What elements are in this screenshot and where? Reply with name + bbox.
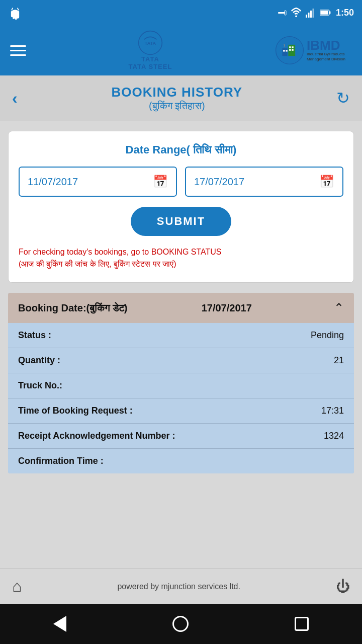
booking-detail-row: Quantity :21	[8, 348, 354, 373]
svg-rect-22	[286, 50, 287, 51]
svg-line-3	[18, 8, 19, 11]
detail-value: 1324	[324, 431, 344, 441]
footer-text: powered by mjunction services ltd.	[117, 582, 240, 591]
menu-button[interactable]	[10, 45, 26, 56]
svg-rect-8	[306, 15, 307, 18]
app-header: TATA TATA TATA STEEL IBMD Industrial ByP…	[0, 25, 362, 75]
ibmd-logo: IBMD Industrial ByProducts Management Di…	[275, 35, 352, 65]
date-inputs: 11/07/2017 📅 17/07/2017 📅	[19, 167, 343, 197]
start-date-input[interactable]: 11/07/2017 📅	[19, 167, 177, 197]
ibmd-text: IBMD Industrial ByProducts Management Di…	[307, 39, 352, 61]
svg-rect-24	[292, 46, 293, 48]
svg-rect-13	[329, 11, 331, 14]
detail-value: Pending	[311, 330, 344, 341]
svg-rect-23	[289, 46, 291, 48]
home-button[interactable]: ⌂	[12, 577, 22, 596]
start-calendar-icon: 📅	[153, 175, 168, 189]
end-date-input[interactable]: 17/07/2017 📅	[185, 167, 343, 197]
end-calendar-icon: 📅	[319, 175, 334, 189]
booking-details: Status :PendingQuantity :21Truck No.:Tim…	[8, 323, 354, 473]
svg-rect-19	[282, 48, 287, 56]
detail-label: Receipt Acknowledgement Number :	[18, 431, 175, 441]
footer: ⌂ powered by mjunction services ltd. ⏻	[0, 569, 362, 604]
booking-date-value: 17/07/2017	[202, 302, 252, 314]
page-header: ‹ BOOKING HISTORY (बुकिंग इतिहास) ↻	[0, 75, 362, 121]
nav-bar	[0, 604, 362, 644]
svg-rect-5	[278, 12, 285, 14]
booking-section: Booking Date:(बुकिंग डेट) 17/07/2017 ⌃ S…	[8, 293, 354, 473]
page-title-block: BOOKING HISTORY (बुकिंग इतिहास)	[18, 85, 336, 112]
booking-detail-row: Receipt Acknowledgement Number :1324	[8, 424, 354, 449]
detail-label: Status :	[18, 330, 51, 341]
date-range-card: Date Range( तिथि सीमा) 11/07/2017 📅 17/0…	[8, 131, 354, 283]
svg-point-7	[295, 16, 297, 18]
svg-rect-10	[310, 11, 312, 18]
page-title-main: BOOKING HISTORY	[18, 85, 336, 100]
info-text-line1: For checking today's bookings, go to BOO…	[19, 248, 222, 256]
back-triangle-icon	[53, 616, 66, 632]
main-content: Date Range( तिथि सीमा) 11/07/2017 📅 17/0…	[0, 121, 362, 569]
detail-label: Time of Booking Request :	[18, 406, 133, 416]
svg-rect-11	[312, 9, 314, 18]
info-text-line2: (आज की बुकिंग की जांच के लिए, बुकिंग स्ट…	[19, 260, 176, 268]
svg-rect-14	[320, 11, 328, 15]
back-button[interactable]: ‹	[12, 89, 18, 108]
status-bar: 1:50	[0, 0, 362, 25]
svg-text:TATA: TATA	[145, 41, 156, 46]
nav-recent-button[interactable]	[285, 612, 319, 636]
start-date-value: 11/07/2017	[28, 176, 78, 188]
tata-logo: TATA TATA TATA STEEL	[129, 30, 172, 70]
svg-rect-25	[289, 49, 291, 50]
svg-line-2	[12, 8, 13, 11]
booking-detail-row: Status :Pending	[8, 323, 354, 348]
refresh-button[interactable]: ↻	[336, 89, 350, 108]
steel-text: TATA STEEL	[129, 63, 172, 70]
submit-button[interactable]: SUBMIT	[131, 207, 231, 236]
recent-square-icon	[295, 617, 309, 631]
date-range-title: Date Range( तिथि सीमा)	[19, 143, 343, 156]
status-bar-right: 1:50	[277, 7, 354, 18]
booking-detail-row: Confirmation Time :	[8, 449, 354, 473]
svg-rect-6	[285, 11, 286, 15]
home-circle-icon	[172, 616, 189, 632]
info-text: For checking today's bookings, go to BOO…	[19, 246, 343, 270]
page-title-sub: (बुकिंग इतिहास)	[18, 100, 336, 112]
booking-detail-row: Truck No.:	[8, 373, 354, 398]
detail-label: Truck No.:	[18, 380, 62, 391]
end-date-value: 17/07/2017	[194, 176, 244, 188]
power-button[interactable]: ⏻	[336, 578, 350, 595]
chevron-up-icon: ⌃	[334, 301, 344, 315]
detail-value: 21	[334, 355, 344, 366]
tata-text: TATA	[141, 55, 159, 63]
detail-label: Confirmation Time :	[18, 456, 104, 466]
svg-rect-26	[292, 49, 293, 50]
booking-date-header[interactable]: Booking Date:(बुकिंग डेट) 17/07/2017 ⌃	[8, 293, 354, 323]
booking-detail-row: Time of Booking Request :17:31	[8, 398, 354, 424]
nav-home-button[interactable]	[162, 611, 199, 637]
booking-date-label: Booking Date:(बुकिंग डेट)	[18, 302, 127, 314]
status-bar-left	[8, 6, 22, 20]
svg-rect-9	[308, 13, 309, 18]
detail-value: 17:31	[321, 406, 344, 416]
status-time: 1:50	[336, 8, 354, 18]
detail-label: Quantity :	[18, 355, 60, 366]
nav-back-button[interactable]	[43, 611, 76, 637]
svg-rect-21	[283, 50, 285, 51]
